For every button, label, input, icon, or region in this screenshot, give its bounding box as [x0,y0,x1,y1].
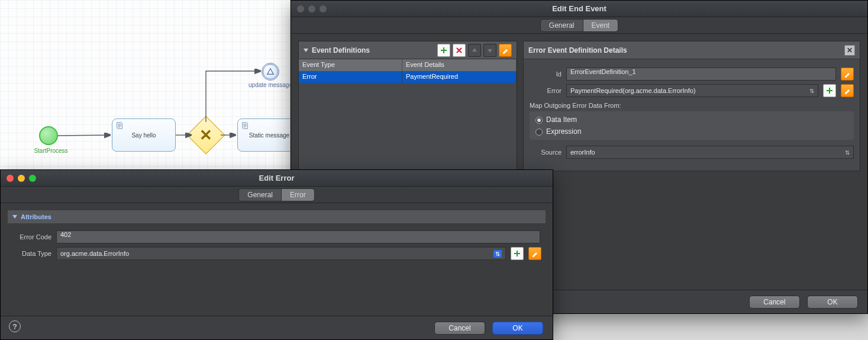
attributes-section-header[interactable]: Attributes [8,210,546,223]
cell-event-type: Error [299,71,402,83]
titlebar[interactable]: Edit End Event [291,1,867,17]
tab-row: General Error [1,187,553,203]
chevron-updown-icon: ⇅ [809,88,814,94]
tab-row: General Event [291,17,867,34]
event-def-row[interactable]: Error PaymentRequired [299,71,517,83]
edit-data-type-button[interactable] [528,247,541,260]
error-code-label: Error Code [9,233,51,240]
edit-error-button[interactable] [841,84,854,97]
radio-data-item[interactable]: Data Item [534,114,849,126]
map-from-label: Map Outgoing Error Data From: [530,102,854,109]
dialog-footer: Cancel OK [1,316,553,339]
cancel-button[interactable]: Cancel [434,322,485,335]
cell-event-details: PaymentRequired [402,71,517,83]
cancel-button[interactable]: Cancel [749,296,800,309]
disclosure-icon[interactable] [12,215,17,219]
error-event-def-details-header: Error Event Definition Details ✕ [524,41,860,59]
error-code-input[interactable]: 402 [56,230,540,243]
chevron-updown-icon: ⇅ [845,149,850,156]
add-error-button[interactable] [823,84,836,97]
id-label: Id [530,70,562,78]
tab-general[interactable]: General [238,188,281,201]
error-label: Error [530,87,562,94]
close-details-button[interactable]: ✕ [844,45,855,56]
source-label: Source [530,149,562,156]
ok-button[interactable]: OK [807,296,858,309]
titlebar[interactable]: Edit Error [1,170,553,187]
event-def-table-header: Event Type Event Details [299,59,517,71]
window-title: Edit End Event [291,4,867,13]
tab-event[interactable]: Event [583,19,619,32]
edit-id-button[interactable] [841,68,854,81]
sequence-flows [0,0,290,178]
error-select[interactable]: PaymentRequired(org.acme.data.ErrorInfo)… [566,84,818,97]
ok-button[interactable]: OK [492,322,543,335]
id-input[interactable]: ErrorEventDefinition_1 [566,68,836,81]
col-event-type: Event Type [299,59,402,71]
tab-general[interactable]: General [540,19,583,32]
window-title: Edit Error [1,174,553,182]
data-type-label: Data Type [9,250,51,257]
move-up-button[interactable] [468,44,481,57]
help-button[interactable]: ? [9,320,21,332]
col-event-details: Event Details [402,59,517,71]
chevron-updown-icon: ⇅ [493,250,502,258]
tab-error[interactable]: Error [281,188,315,201]
move-down-button[interactable] [483,44,496,57]
disclosure-icon[interactable] [304,49,308,52]
edit-error-window: Edit Error General Error Attributes Erro… [0,169,553,340]
edit-event-def-button[interactable] [499,44,512,57]
source-select[interactable]: errorInfo ⇅ [566,146,854,159]
data-type-select[interactable]: org.acme.data.ErrorInfo ⇅ [56,247,506,260]
add-data-type-button[interactable] [511,247,524,260]
add-event-def-button[interactable] [437,44,450,57]
svg-line-0 [58,135,110,136]
radio-expression[interactable]: Expression [534,126,849,137]
remove-event-def-button[interactable] [453,44,466,57]
event-definitions-header: Event Definitions [299,41,517,59]
